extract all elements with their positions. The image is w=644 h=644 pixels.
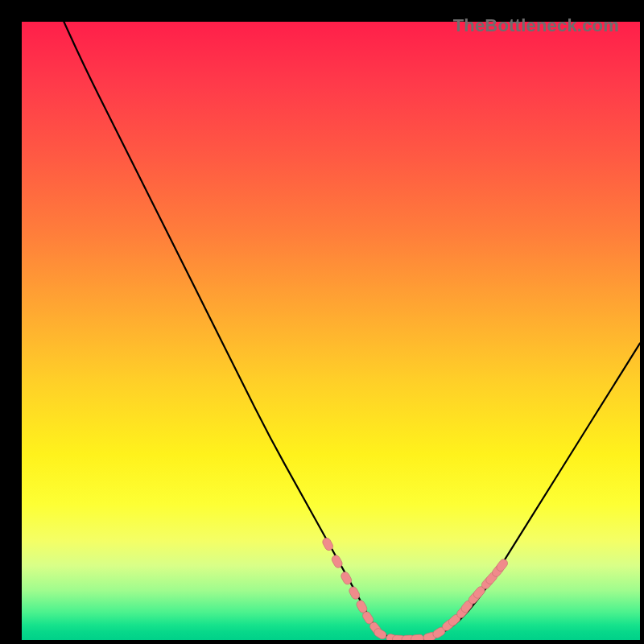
watermark-text: TheBottleneck.com <box>453 15 619 36</box>
chart-frame: TheBottleneck.com <box>9 9 635 635</box>
bottleneck-chart-svg <box>22 22 640 640</box>
plot-area <box>22 22 640 640</box>
curve-markers <box>321 537 510 640</box>
curve-marker <box>411 634 424 640</box>
